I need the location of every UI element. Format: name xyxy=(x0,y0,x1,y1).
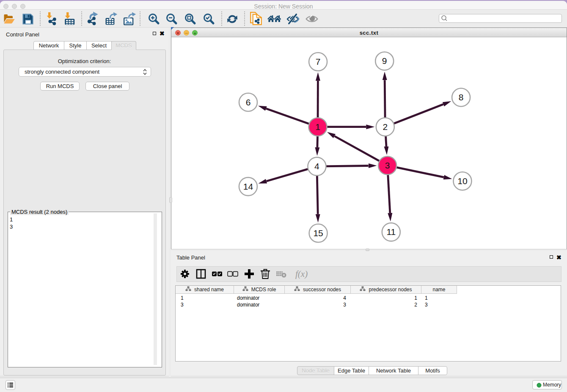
svg-text:11: 11 xyxy=(386,227,396,237)
svg-text:1: 1 xyxy=(315,122,320,132)
svg-text:10: 10 xyxy=(457,176,467,186)
svg-text:3: 3 xyxy=(385,160,390,170)
svg-text:2: 2 xyxy=(383,122,388,132)
svg-text:14: 14 xyxy=(243,182,253,191)
svg-text:6: 6 xyxy=(246,97,251,107)
svg-text:f(x): f(x) xyxy=(295,269,308,279)
svg-text:15: 15 xyxy=(313,228,323,238)
svg-text:4: 4 xyxy=(314,161,319,171)
svg-text:7: 7 xyxy=(316,57,321,66)
svg-text:8: 8 xyxy=(459,92,464,102)
svg-text:9: 9 xyxy=(382,56,387,66)
